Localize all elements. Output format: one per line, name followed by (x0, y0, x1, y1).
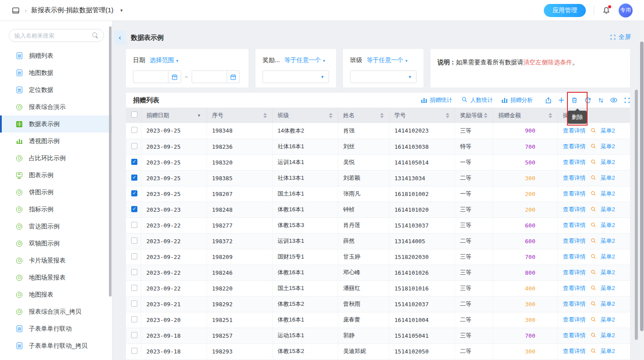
sidebar-item[interactable]: 捐赠列表 (0, 47, 112, 64)
sidebar-item[interactable]: 指标示例 (0, 201, 112, 218)
search-icon[interactable] (590, 349, 596, 355)
avatar[interactable]: 专用 (619, 3, 633, 17)
sidebar-item[interactable]: 透视图示例 (0, 133, 112, 150)
sort-icon[interactable] (329, 113, 332, 118)
menu2-link[interactable]: 菜单2 (601, 222, 615, 228)
class-select[interactable]: ▼ (350, 70, 416, 83)
sort-button[interactable] (594, 95, 607, 105)
menu2-link[interactable]: 菜单2 (601, 332, 615, 339)
search-input[interactable] (14, 32, 92, 39)
row-checkbox[interactable] (131, 348, 137, 354)
view-detail-link[interactable]: 查看详情 (563, 316, 586, 323)
view-detail-link[interactable]: 查看详情 (563, 143, 586, 150)
sort-icon[interactable] (484, 113, 487, 118)
search-icon[interactable] (590, 191, 596, 198)
page-fullscreen-button[interactable]: 全屏 (610, 33, 631, 41)
filter-operator-link[interactable]: 选择范围▼ (150, 56, 179, 64)
menu2-link[interactable]: 菜单2 (601, 269, 615, 276)
menu2-link[interactable]: 菜单2 (601, 143, 615, 150)
filter-operator-link[interactable]: 等于任意一个▼ (284, 56, 326, 64)
row-checkbox[interactable] (131, 206, 137, 212)
search-icon[interactable] (590, 160, 596, 166)
date-start-input[interactable] (133, 70, 168, 83)
view-detail-link[interactable]: 查看详情 (563, 269, 586, 276)
refresh-button[interactable] (581, 95, 594, 105)
view-detail-link[interactable]: 查看详情 (563, 175, 586, 181)
search-icon[interactable] (590, 286, 596, 292)
menu2-link[interactable]: 菜单2 (601, 285, 615, 291)
sort-icon[interactable] (549, 113, 552, 118)
column-filter-icon[interactable]: ▼ (197, 113, 201, 118)
view-detail-link[interactable]: 查看详情 (563, 301, 586, 307)
view-detail-link[interactable]: 查看详情 (563, 348, 586, 354)
row-checkbox[interactable] (131, 253, 137, 259)
date-end-input[interactable] (192, 70, 227, 83)
search-icon[interactable] (590, 128, 596, 135)
breadcrumb-title[interactable]: 新报表示例-捐款数据管理(1) (31, 6, 113, 14)
sidebar-item[interactable]: 双轴图示例 (0, 235, 112, 252)
menu2-link[interactable]: 菜单2 (601, 190, 615, 197)
fullscreen-button[interactable] (620, 95, 634, 105)
row-checkbox[interactable] (131, 285, 137, 291)
export-button[interactable] (542, 95, 555, 105)
menu2-link[interactable]: 菜单2 (601, 348, 615, 354)
back-chevron-icon[interactable]: ‹ (114, 31, 126, 45)
row-checkbox[interactable] (131, 301, 137, 307)
search-icon[interactable] (590, 175, 596, 182)
content-scrollbar[interactable] (635, 90, 638, 340)
row-checkbox[interactable] (131, 159, 137, 165)
sort-icon[interactable] (263, 113, 267, 118)
menu2-link[interactable]: 菜单2 (601, 206, 615, 213)
sidebar-item[interactable]: 子表单单行联动 (0, 320, 112, 337)
search-icon[interactable] (590, 270, 596, 276)
search-icon[interactable] (590, 301, 596, 308)
search-icon[interactable] (92, 32, 98, 38)
toolbar-link[interactable]: 捐赠统计 (421, 96, 452, 104)
row-checkbox[interactable] (131, 190, 137, 196)
trash-button[interactable] (568, 95, 581, 105)
select-all-checkbox[interactable] (131, 112, 137, 118)
sidebar-item[interactable]: 子表单单行联动_拷贝 (0, 337, 112, 354)
view-detail-link[interactable]: 查看详情 (563, 190, 586, 197)
menu2-link[interactable]: 菜单2 (601, 253, 615, 260)
sidebar-item[interactable]: 地图场景报表 (0, 269, 112, 286)
clear-filters-link[interactable]: 清空左侧筛选条件 (523, 59, 572, 66)
bell-icon[interactable] (602, 6, 611, 15)
view-detail-link[interactable]: 查看详情 (563, 222, 586, 228)
window-icon[interactable] (11, 6, 20, 15)
sidebar-item[interactable]: 图表示例 (0, 167, 112, 184)
sidebar-item[interactable]: 定位数据 (0, 81, 112, 98)
calendar-icon[interactable]: 7 (168, 70, 181, 83)
sidebar-item[interactable]: 雷达图示例 (0, 218, 112, 235)
view-detail-link[interactable]: 查看详情 (563, 159, 586, 165)
view-detail-link[interactable]: 查看详情 (563, 332, 586, 339)
search-icon[interactable] (590, 333, 596, 339)
row-checkbox[interactable] (131, 222, 137, 228)
search-icon[interactable] (590, 317, 596, 324)
search-icon[interactable] (590, 144, 596, 150)
menu2-link[interactable]: 菜单2 (601, 316, 615, 323)
sidebar-item[interactable]: 报表综合演示_拷贝 (0, 303, 112, 320)
sidebar-scrollbar[interactable] (109, 26, 112, 297)
eye-button[interactable] (607, 95, 620, 105)
dropdown-caret-icon[interactable]: ▼ (119, 8, 123, 13)
app-manage-button[interactable]: 应用管理 (544, 4, 586, 17)
sidebar-item[interactable]: 饼图示例 (0, 184, 112, 201)
search-icon[interactable] (590, 238, 596, 245)
row-checkbox[interactable] (131, 332, 137, 338)
calendar-icon[interactable]: 7 (227, 70, 240, 83)
row-checkbox[interactable] (131, 127, 137, 133)
toolbar-link[interactable]: 人数统计 (461, 96, 493, 104)
menu2-link[interactable]: 菜单2 (601, 127, 615, 134)
sidebar-item[interactable]: 占比环比示例 (0, 150, 112, 167)
toolbar-link[interactable]: 捐赠分析 (502, 96, 533, 104)
row-checkbox[interactable] (131, 316, 137, 322)
view-detail-link[interactable]: 查看详情 (563, 253, 586, 260)
award-select[interactable]: ▼ (262, 70, 329, 83)
search-icon[interactable] (590, 254, 596, 261)
view-detail-link[interactable]: 查看详情 (563, 206, 586, 213)
sidebar-item[interactable]: 地图报表 (0, 286, 112, 303)
menu2-link[interactable]: 菜单2 (601, 301, 615, 307)
filter-operator-link[interactable]: 等于任意一个▼ (367, 56, 408, 64)
search-icon[interactable] (590, 223, 596, 229)
